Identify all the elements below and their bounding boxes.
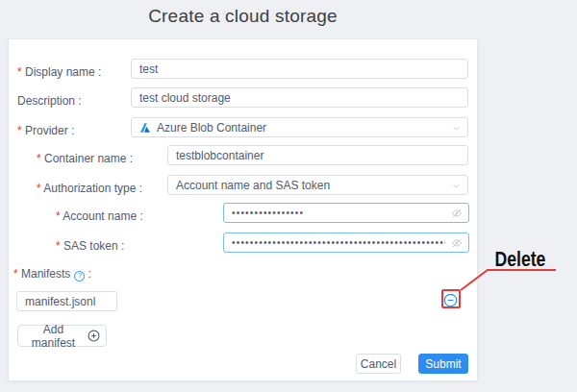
add-manifest-label: Add manifest <box>24 323 83 350</box>
provider-select[interactable]: Azure Blob Container <box>131 117 468 137</box>
submit-button[interactable]: Submit <box>418 354 468 374</box>
container-name-label: Container name : <box>37 152 133 165</box>
manifest-filename-input[interactable] <box>16 291 117 311</box>
authorization-type-select-value: Account name and SAS token <box>176 179 330 192</box>
cancel-button[interactable]: Cancel <box>356 354 401 374</box>
container-name-input[interactable] <box>167 145 468 165</box>
authorization-type-label: Authorization type : <box>37 182 142 195</box>
remove-manifest-button[interactable] <box>443 292 459 307</box>
eye-invisible-icon[interactable] <box>451 237 463 249</box>
plus-circle-icon <box>88 330 100 342</box>
minus-circle-icon <box>443 293 459 307</box>
sas-token-input[interactable] <box>223 233 469 253</box>
eye-invisible-icon[interactable] <box>451 208 463 219</box>
account-name-input[interactable] <box>223 203 469 223</box>
provider-label: Provider : <box>17 124 74 137</box>
description-input[interactable] <box>131 87 468 108</box>
add-manifest-button[interactable]: Add manifest <box>17 325 107 347</box>
azure-icon <box>139 122 151 134</box>
help-icon[interactable]: ? <box>74 271 85 282</box>
provider-select-value: Azure Blob Container <box>157 121 266 135</box>
account-name-label: Account name : <box>56 209 143 223</box>
page-title: Create a cloud storage <box>8 6 478 27</box>
manifests-label: Manifests?: <box>13 267 91 281</box>
authorization-type-select[interactable]: Account name and SAS token <box>167 175 468 195</box>
sas-token-label: SAS token : <box>56 239 124 253</box>
chevron-down-icon <box>452 182 461 190</box>
display-name-input[interactable] <box>131 59 468 79</box>
description-label: Description : <box>17 94 82 108</box>
annotation-delete-text: Delete <box>489 247 552 272</box>
display-name-label: Display name : <box>17 65 101 79</box>
chevron-down-icon <box>452 124 461 133</box>
